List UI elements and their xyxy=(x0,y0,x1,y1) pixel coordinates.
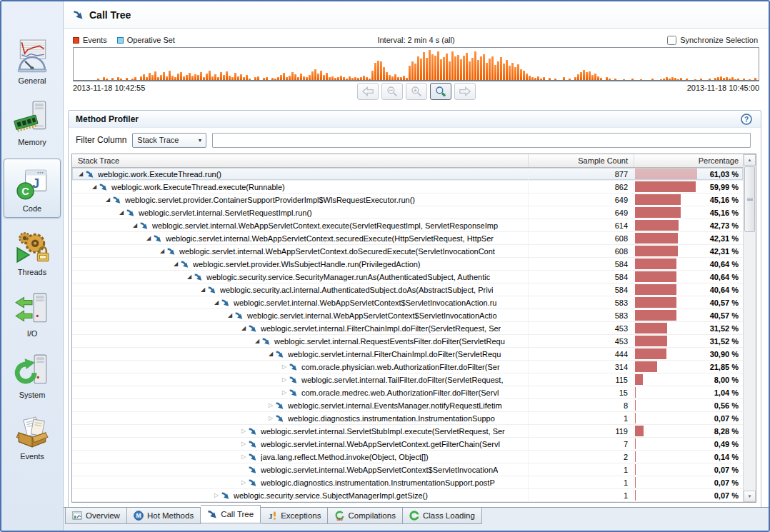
table-row[interactable]: ▷java.lang.reflect.Method.invoke(Object,… xyxy=(72,451,743,463)
collapse-toggle[interactable]: ◢ xyxy=(76,171,85,177)
column-header-stack-trace[interactable]: Stack Trace xyxy=(72,154,529,167)
expand-toggle[interactable]: ▷ xyxy=(280,390,289,396)
table-row[interactable]: ▷weblogic.servlet.internal.ServletStubIm… xyxy=(72,425,743,438)
scroll-down-button[interactable]: ▼ xyxy=(744,491,756,502)
timeline-bar xyxy=(434,56,436,80)
table-row[interactable]: ◢weblogic.servlet.internal.FilterChainIm… xyxy=(72,348,743,361)
expand-toggle[interactable]: ▷ xyxy=(266,416,275,421)
stack-frame-icon xyxy=(248,466,259,474)
table-row[interactable]: ◢weblogic.servlet.internal.ServletReques… xyxy=(72,206,743,219)
percentage-bar xyxy=(635,323,667,333)
table-row[interactable]: ▷weblogic.diagnostics.instrumentation.In… xyxy=(72,476,743,489)
filter-column-select[interactable]: Stack Trace ▼ xyxy=(132,133,206,148)
back-button[interactable] xyxy=(357,83,379,100)
collapse-toggle[interactable]: ◢ xyxy=(104,197,112,203)
collapse-toggle[interactable]: ◢ xyxy=(253,338,261,344)
synchronize-selection: Synchronize Selection xyxy=(667,36,758,45)
zoom-in-button[interactable] xyxy=(430,83,451,100)
table-row[interactable]: ◢weblogic.security.acl.internal.Authenti… xyxy=(72,283,743,296)
column-header-sample-count[interactable]: Sample Count xyxy=(529,154,634,167)
table-row[interactable]: ◢weblogic.work.ExecuteThread.execute(Run… xyxy=(72,181,743,194)
table-row[interactable]: ▷weblogic.servlet.internal.TailFilter.do… xyxy=(72,373,743,386)
sidebar-item-events[interactable]: Events xyxy=(4,411,61,463)
table-row[interactable]: ◢weblogic.servlet.internal.RequestEvents… xyxy=(72,335,743,348)
sidebar-item-system[interactable]: System xyxy=(4,350,61,402)
collapse-toggle[interactable]: ◢ xyxy=(171,261,180,267)
sidebar-item-memory[interactable]: Memory xyxy=(4,97,61,149)
zoom-out-button[interactable] xyxy=(381,83,403,100)
table-row[interactable]: ◢weblogic.security.service.SecurityManag… xyxy=(72,271,743,283)
sidebar-item-i-o[interactable]: I/O xyxy=(4,288,61,341)
collapse-toggle[interactable]: ◢ xyxy=(239,326,248,331)
table-row[interactable]: ▷weblogic.diagnostics.instrumentation.In… xyxy=(72,412,743,425)
collapse-toggle[interactable]: ◢ xyxy=(199,287,207,293)
table-row[interactable]: ◢weblogic.servlet.provider.WlsSubjectHan… xyxy=(72,258,743,271)
collapse-toggle[interactable]: ◢ xyxy=(90,184,99,190)
filter-text-input[interactable] xyxy=(212,133,751,148)
table-row[interactable]: ▷weblogic.servlet.internal.EventsManager… xyxy=(72,399,743,412)
percentage-cell: 0,07 % xyxy=(634,412,743,424)
tab-compilations[interactable]: 010Compilations xyxy=(328,508,402,524)
table-row[interactable]: ◢weblogic.servlet.internal.WebAppServlet… xyxy=(72,245,743,258)
table-row[interactable]: ◢weblogic.servlet.internal.WebAppServlet… xyxy=(72,296,743,309)
table-row[interactable]: ▷weblogic.security.service.SubjectManage… xyxy=(72,489,743,502)
timeline-bar xyxy=(186,75,188,80)
sidebar-item-general[interactable]: General xyxy=(4,36,61,88)
table-row[interactable]: ◢weblogic.servlet.provider.ContainerSupp… xyxy=(72,194,743,206)
table-row[interactable]: ▷com.oracle.medrec.web.AuthorizationFilt… xyxy=(72,386,743,399)
timeline-histogram[interactable] xyxy=(73,47,759,81)
expand-toggle[interactable]: ▷ xyxy=(280,364,289,370)
expand-toggle[interactable]: ▷ xyxy=(239,480,248,486)
legend-item-operative-set: Operative Set xyxy=(117,36,175,44)
collapse-toggle[interactable]: ◢ xyxy=(226,313,234,318)
table-row[interactable]: ▷com.oracle.physician.web.AuthorizationF… xyxy=(72,361,743,373)
expand-toggle[interactable]: ▷ xyxy=(266,403,275,408)
timeline-bar xyxy=(234,73,236,80)
tab-call-tree[interactable]: Call Tree xyxy=(201,505,261,523)
expand-toggle[interactable]: ▷ xyxy=(239,441,248,447)
sample-count-value: 608 xyxy=(529,232,634,244)
collapse-toggle[interactable]: ◢ xyxy=(266,351,275,357)
tab-overview[interactable]: Overview xyxy=(65,508,127,524)
timeline-bar xyxy=(609,79,611,80)
collapse-toggle[interactable]: ◢ xyxy=(117,210,126,216)
timeline-footer: 2013-11-18 10:42:55 2013-11-18 10:45:00 xyxy=(73,81,759,103)
collapse-toggle[interactable]: ◢ xyxy=(158,249,166,254)
tab-class-loading[interactable]: Class Loading xyxy=(403,508,482,524)
table-row[interactable]: ◢weblogic.servlet.internal.FilterChainIm… xyxy=(72,322,743,335)
collapse-toggle[interactable]: ◢ xyxy=(144,236,153,241)
table-row[interactable]: ◢weblogic.servlet.internal.WebAppServlet… xyxy=(72,232,743,245)
timeline-bar xyxy=(686,79,688,80)
stack-trace-text: com.oracle.medrec.web.AuthorizationFilte… xyxy=(301,388,499,397)
table-row[interactable]: ▷weblogic.servlet.internal.WebAppServlet… xyxy=(72,438,743,451)
tab-exceptions[interactable]: JExceptions xyxy=(261,508,328,524)
collapse-toggle[interactable]: ◢ xyxy=(212,300,221,306)
collapse-toggle[interactable]: ◢ xyxy=(185,274,194,280)
percentage-value: 40,64 % xyxy=(710,258,739,270)
scroll-up-button[interactable]: ▲ xyxy=(744,154,756,166)
column-header-percentage[interactable]: Percentage xyxy=(634,154,743,167)
forward-button[interactable] xyxy=(454,83,476,100)
expand-toggle[interactable]: ▷ xyxy=(239,454,248,460)
expand-toggle[interactable]: ▷ xyxy=(280,377,289,383)
help-icon[interactable]: ? xyxy=(741,114,752,125)
vertical-scrollbar[interactable]: ▲ ▼ xyxy=(743,154,756,502)
collapse-toggle[interactable]: ◢ xyxy=(131,223,139,229)
table-row[interactable]: ◢weblogic.servlet.internal.WebAppServlet… xyxy=(72,219,743,232)
tab-hot-methods[interactable]: MHot Methods xyxy=(127,508,201,524)
table-row[interactable]: weblogic.servlet.internal.WebAppServletC… xyxy=(72,463,743,476)
sidebar-item-threads[interactable]: Threads xyxy=(4,227,61,279)
scrollbar-track[interactable] xyxy=(744,166,756,491)
timeline-bar xyxy=(429,50,431,80)
sidebar-item-code[interactable]: JCCode xyxy=(4,159,61,218)
expand-toggle[interactable]: ▷ xyxy=(212,493,221,498)
expand-toggle[interactable]: ▷ xyxy=(239,428,248,434)
timeline-bar xyxy=(166,76,168,80)
scrollbar-thumb[interactable] xyxy=(744,166,755,232)
table-row[interactable]: ◢weblogic.servlet.internal.WebAppServlet… xyxy=(72,309,743,322)
timeline-bar xyxy=(589,71,591,80)
table-row[interactable]: ◢weblogic.work.ExecuteThread.run()87761,… xyxy=(72,168,743,181)
synchronize-selection-checkbox[interactable] xyxy=(667,36,676,45)
zoom-selection-button[interactable] xyxy=(406,83,427,100)
timeline-bar xyxy=(263,78,265,80)
